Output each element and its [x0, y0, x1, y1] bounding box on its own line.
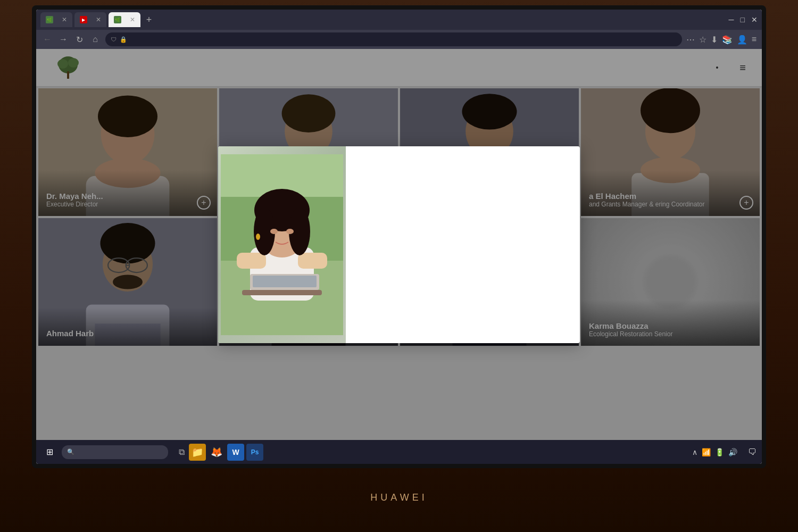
start-button[interactable]: ⊞	[41, 444, 57, 460]
taskbar: ⊞ 🔍 ⧉ 📁 🦊 W Ps ∧ 📶 🔋	[36, 440, 762, 464]
screen-bezel: 🌿 ✕ ▶ ✕ 🌿 ✕ +	[32, 5, 766, 468]
firefox-app[interactable]: 🦊	[208, 444, 225, 461]
back-button[interactable]: ←	[41, 35, 53, 44]
toolbar-actions: ⋯ ☆ ⬇ 📚 👤 ≡	[686, 35, 757, 45]
address-bar[interactable]: 🛡 🔒	[105, 32, 682, 46]
modal-dialog	[218, 146, 580, 343]
word-app[interactable]: W	[227, 444, 244, 461]
reload-button[interactable]: ↻	[73, 35, 85, 45]
browser-tab-1[interactable]: 🌿 ✕	[40, 12, 72, 27]
battery-icon[interactable]: 🔋	[715, 448, 724, 456]
search-icon: 🔍	[67, 448, 74, 455]
lock-icon: 🔒	[120, 36, 127, 43]
maximize-button[interactable]: □	[741, 15, 745, 24]
modal-info	[346, 146, 580, 343]
system-tray-icons: ∧ 📶 🔋 🔊	[692, 448, 737, 456]
library-icon[interactable]: 📚	[722, 35, 733, 45]
photoshop-app[interactable]: Ps	[246, 444, 263, 461]
task-view-button[interactable]: ⧉	[179, 447, 185, 457]
svg-point-50	[286, 229, 294, 234]
sync-icon[interactable]: 👤	[737, 35, 747, 45]
browser-window: 🌿 ✕ ▶ ✕ 🌿 ✕ +	[36, 10, 762, 464]
svg-rect-43	[237, 253, 266, 269]
bookmark-icon[interactable]: ☆	[699, 35, 706, 45]
website-content: • ≡	[36, 49, 762, 440]
svg-point-51	[256, 234, 260, 240]
browser-titlebar: 🌿 ✕ ▶ ✕ 🌿 ✕ +	[36, 10, 762, 30]
laptop-frame: 🌿 ✕ ▶ ✕ 🌿 ✕ +	[0, 0, 798, 532]
volume-icon[interactable]: 🔊	[728, 448, 737, 456]
hamburger-menu[interactable]: ≡	[752, 35, 757, 44]
taskbar-apps: ⧉ 📁 🦊 W Ps	[177, 444, 263, 461]
notifications-button[interactable]: 🗨	[748, 447, 757, 457]
tab2-close[interactable]: ✕	[96, 16, 101, 23]
more-options-icon[interactable]: ⋯	[686, 35, 695, 45]
window-controls: ─ □ ✕	[729, 15, 758, 24]
modal-overlay	[36, 49, 762, 440]
close-button[interactable]: ✕	[751, 15, 758, 24]
download-icon[interactable]: ⬇	[711, 35, 718, 45]
modal-close-button[interactable]	[556, 155, 571, 170]
minimize-button[interactable]: ─	[729, 15, 734, 24]
tab2-favicon: ▶	[80, 16, 87, 23]
add-tab-button[interactable]: +	[143, 13, 155, 26]
file-explorer-app[interactable]: 📁	[189, 444, 206, 461]
taskbar-right: ∧ 📶 🔋 🔊 🗨	[692, 447, 757, 457]
tab1-favicon: 🌿	[46, 16, 53, 23]
system-tray-up-arrow[interactable]: ∧	[692, 448, 697, 456]
modal-photo	[218, 146, 346, 343]
tab3-close[interactable]: ✕	[130, 16, 135, 23]
svg-rect-54	[253, 276, 317, 287]
wifi-icon[interactable]: 📶	[702, 448, 711, 456]
svg-rect-52	[242, 290, 322, 295]
tab1-close[interactable]: ✕	[62, 16, 67, 23]
svg-rect-44	[298, 253, 327, 269]
home-button[interactable]: ⌂	[89, 35, 101, 44]
tab3-favicon: 🌿	[114, 16, 121, 23]
keyboard-area: HUAWEI	[370, 468, 427, 521]
browser-tab-3[interactable]: 🌿 ✕	[109, 12, 140, 27]
taskbar-search[interactable]: 🔍	[62, 445, 168, 459]
browser-toolbar: ← → ↻ ⌂ 🛡 🔒 ⋯ ☆ ⬇ 📚 👤 ≡	[36, 30, 762, 49]
svg-point-49	[270, 229, 278, 234]
huawei-brand-label: HUAWEI	[370, 492, 427, 503]
browser-tab-2[interactable]: ▶ ✕	[74, 12, 106, 27]
security-icon: 🛡	[111, 36, 117, 43]
forward-button[interactable]: →	[57, 35, 69, 44]
